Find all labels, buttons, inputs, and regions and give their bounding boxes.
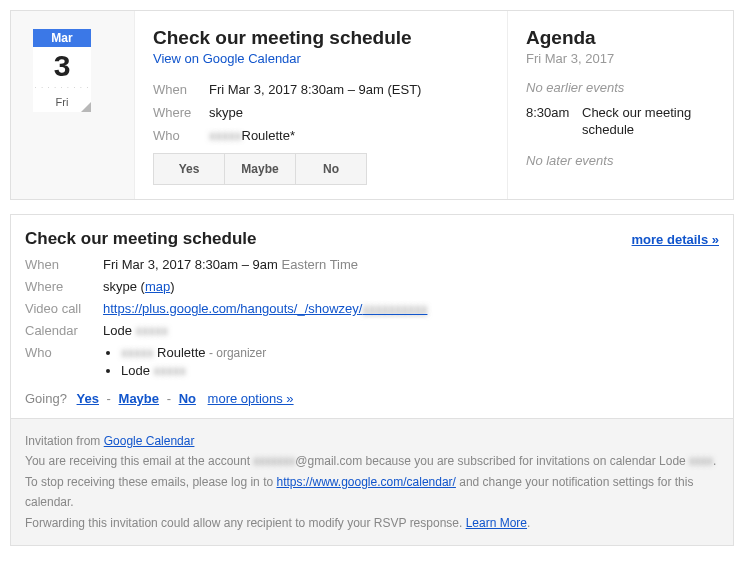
- event-main-column: Check our meeting schedule View on Googl…: [134, 11, 508, 199]
- detail-label: When: [25, 257, 103, 272]
- date-weekday: Fri: [33, 93, 91, 112]
- detail-when-value: Fri Mar 3, 2017 8:30am – 9am Eastern Tim…: [103, 257, 719, 272]
- detail-row-video: Video call https://plus.google.com/hango…: [25, 301, 719, 316]
- detail-label: Who: [25, 345, 103, 360]
- rsvp-maybe-button[interactable]: Maybe: [224, 153, 296, 185]
- date-tile: Mar 3 · · · · · · · · · Fri: [33, 29, 91, 112]
- separator: -: [107, 391, 111, 406]
- meta-where-value: skype: [209, 105, 243, 120]
- meta-row-when: When Fri Mar 3, 2017 8:30am – 9am (EST): [153, 82, 489, 97]
- going-no-link[interactable]: No: [179, 391, 196, 406]
- date-perforation: · · · · · · · · ·: [33, 85, 91, 93]
- redacted-text: xxxxxxxxxx: [362, 301, 427, 316]
- footer-text: Invitation from: [25, 434, 104, 448]
- redacted-text: xxxxx: [209, 128, 242, 143]
- organizer-tag: - organizer: [206, 346, 267, 360]
- agenda-event-name: Check our meeting schedule: [582, 105, 715, 139]
- calendar-name: Lode: [103, 323, 136, 338]
- redacted-text: xxxxx: [136, 323, 169, 338]
- more-options-link[interactable]: more options »: [208, 391, 294, 406]
- agenda-no-later: No later events: [526, 153, 715, 168]
- footer-line-4: Forwarding this invitation could allow a…: [25, 513, 719, 533]
- meta-label: Who: [153, 128, 209, 143]
- video-call-link[interactable]: https://plus.google.com/hangouts/_/showz…: [103, 301, 427, 316]
- date-weekday-text: Fri: [56, 96, 69, 108]
- meta-label: When: [153, 82, 209, 97]
- event-title: Check our meeting schedule: [153, 27, 489, 49]
- date-month: Mar: [33, 29, 91, 47]
- detail-label: Calendar: [25, 323, 103, 338]
- agenda-column: Agenda Fri Mar 3, 2017 No earlier events…: [508, 11, 733, 199]
- detail-video-value: https://plus.google.com/hangouts/_/showz…: [103, 301, 719, 316]
- view-on-calendar-link[interactable]: View on Google Calendar: [153, 51, 301, 66]
- event-summary-card: Mar 3 · · · · · · · · · Fri Check our me…: [10, 10, 734, 200]
- who-list-item: Lode xxxxx: [121, 363, 719, 378]
- detail-main: Check our meeting schedule more details …: [11, 215, 733, 418]
- detail-row-calendar: Calendar Lode xxxxx: [25, 323, 719, 338]
- who-list: xxxxx Roulette - organizer Lode xxxxx: [103, 345, 719, 378]
- calendar-settings-link[interactable]: https://www.google.com/calendar/: [276, 475, 455, 489]
- detail-where-value: skype (map): [103, 279, 719, 294]
- event-meta-table: When Fri Mar 3, 2017 8:30am – 9am (EST) …: [153, 82, 489, 143]
- footer-line-1: Invitation from Google Calendar: [25, 431, 719, 451]
- agenda-date: Fri Mar 3, 2017: [526, 51, 715, 66]
- google-calendar-link[interactable]: Google Calendar: [104, 434, 195, 448]
- who-name: Lode: [121, 363, 154, 378]
- footer-text: .: [527, 516, 530, 530]
- detail-label: Video call: [25, 301, 103, 316]
- going-yes-link[interactable]: Yes: [77, 391, 99, 406]
- footer-text: @gmail.com because you are subscribed fo…: [295, 454, 689, 468]
- page-fold-icon: [81, 102, 91, 112]
- event-detail-card: Check our meeting schedule more details …: [10, 214, 734, 546]
- video-url-text: https://plus.google.com/hangouts/_/showz…: [103, 301, 362, 316]
- footer-text: .: [713, 454, 716, 468]
- agenda-event-time: 8:30am: [526, 105, 582, 139]
- redacted-text: xxxxx: [154, 363, 187, 378]
- learn-more-link[interactable]: Learn More: [466, 516, 527, 530]
- footer-text: Forwarding this invitation could allow a…: [25, 516, 466, 530]
- date-day: 3: [33, 47, 91, 85]
- more-details-link[interactable]: more details »: [632, 232, 719, 247]
- going-maybe-link[interactable]: Maybe: [119, 391, 159, 406]
- map-link[interactable]: map: [145, 279, 170, 294]
- detail-calendar-value: Lode xxxxx: [103, 323, 719, 338]
- rsvp-no-button[interactable]: No: [295, 153, 367, 185]
- meta-row-who: Who xxxxxRoulette*: [153, 128, 489, 143]
- agenda-event-row: 8:30am Check our meeting schedule: [526, 105, 715, 139]
- detail-label: Where: [25, 279, 103, 294]
- detail-header: Check our meeting schedule more details …: [25, 229, 719, 249]
- redacted-text: xxxxxxx: [253, 454, 295, 468]
- separator: -: [167, 391, 171, 406]
- footer-text: To stop receiving these emails, please l…: [25, 475, 276, 489]
- going-label: Going?: [25, 391, 67, 406]
- footer-line-2: You are receiving this email at the acco…: [25, 451, 719, 471]
- redacted-text: xxxxx: [121, 345, 154, 360]
- detail-row-where: Where skype (map): [25, 279, 719, 294]
- footer-text: You are receiving this email at the acco…: [25, 454, 253, 468]
- detail-title: Check our meeting schedule: [25, 229, 256, 249]
- footer-line-3: To stop receiving these emails, please l…: [25, 472, 719, 513]
- where-close: ): [170, 279, 174, 294]
- agenda-title: Agenda: [526, 27, 715, 49]
- where-text: skype (: [103, 279, 145, 294]
- going-row: Going? Yes - Maybe - No more options »: [25, 391, 719, 406]
- when-main-text: Fri Mar 3, 2017 8:30am – 9am: [103, 257, 281, 272]
- detail-table: When Fri Mar 3, 2017 8:30am – 9am Easter…: [25, 257, 719, 381]
- redacted-text: xxxx: [689, 454, 713, 468]
- who-name: Roulette*: [242, 128, 295, 143]
- footer-notice: Invitation from Google Calendar You are …: [11, 418, 733, 545]
- detail-row-who: Who xxxxx Roulette - organizer Lode xxxx…: [25, 345, 719, 381]
- date-column: Mar 3 · · · · · · · · · Fri: [11, 11, 134, 199]
- when-timezone: Eastern Time: [281, 257, 358, 272]
- meta-row-where: Where skype: [153, 105, 489, 120]
- meta-who-value: xxxxxRoulette*: [209, 128, 295, 143]
- rsvp-button-row: Yes Maybe No: [153, 153, 489, 185]
- agenda-no-earlier: No earlier events: [526, 80, 715, 95]
- detail-who-value: xxxxx Roulette - organizer Lode xxxxx: [103, 345, 719, 381]
- rsvp-yes-button[interactable]: Yes: [153, 153, 225, 185]
- detail-row-when: When Fri Mar 3, 2017 8:30am – 9am Easter…: [25, 257, 719, 272]
- meta-when-value: Fri Mar 3, 2017 8:30am – 9am (EST): [209, 82, 421, 97]
- who-name: Roulette: [154, 345, 206, 360]
- meta-label: Where: [153, 105, 209, 120]
- who-list-item: xxxxx Roulette - organizer: [121, 345, 719, 360]
